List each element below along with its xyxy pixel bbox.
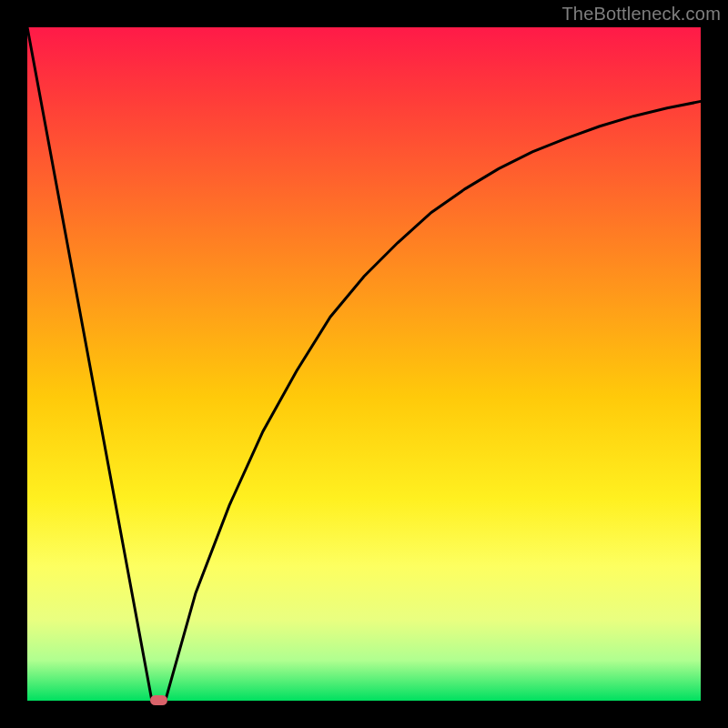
bottleneck-curve bbox=[27, 27, 701, 701]
curve-right-branch bbox=[166, 101, 701, 701]
chart-container: TheBottleneck.com bbox=[0, 0, 728, 728]
minimum-marker bbox=[150, 695, 167, 705]
watermark-text: TheBottleneck.com bbox=[561, 4, 721, 25]
plot-area bbox=[27, 27, 701, 701]
curve-left-branch bbox=[27, 27, 152, 701]
